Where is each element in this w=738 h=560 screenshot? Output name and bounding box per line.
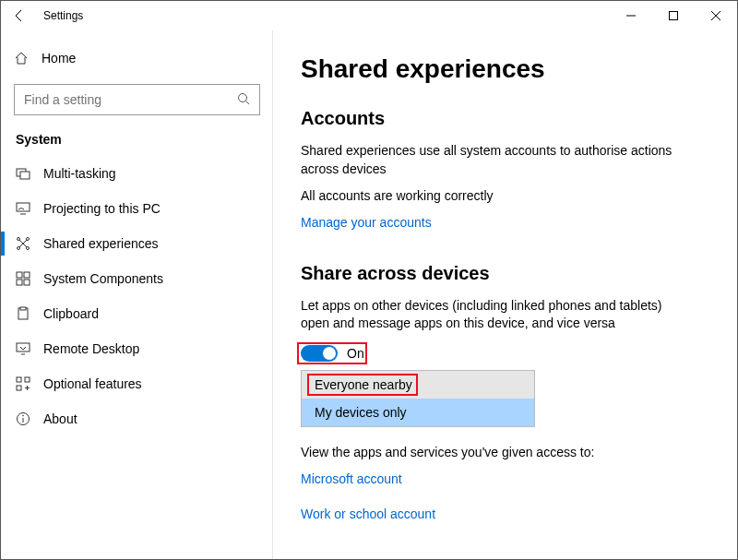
- nav-clipboard[interactable]: Clipboard: [14, 296, 260, 331]
- dropdown-option-everyone[interactable]: Everyone nearby: [302, 371, 534, 399]
- svg-rect-24: [17, 377, 21, 382]
- nav-label: System Components: [43, 271, 163, 286]
- window-title: Settings: [43, 9, 83, 22]
- shared-icon: [16, 236, 43, 251]
- projecting-icon: [16, 201, 43, 216]
- work-school-account-link[interactable]: Work or school account: [301, 506, 435, 521]
- share-scope-dropdown[interactable]: Everyone nearby My devices only: [301, 370, 535, 427]
- svg-rect-1: [670, 12, 678, 20]
- svg-rect-17: [24, 272, 30, 278]
- nav-list: Multi-tasking Projecting to this PC Shar…: [14, 156, 260, 436]
- titlebar: Settings: [1, 1, 737, 30]
- svg-rect-16: [17, 272, 22, 278]
- about-icon: [16, 411, 43, 426]
- svg-rect-18: [17, 280, 22, 285]
- manage-accounts-link[interactable]: Manage your accounts: [301, 215, 432, 230]
- content-area: Shared experiences Accounts Shared exper…: [273, 30, 737, 559]
- share-heading: Share across devices: [301, 263, 709, 284]
- access-desc: View the apps and services you've given …: [301, 444, 688, 462]
- dropdown-option-my-devices[interactable]: My devices only: [302, 399, 534, 426]
- components-icon: [16, 271, 43, 286]
- sidebar: Home System Multi-tasking P: [1, 30, 273, 559]
- nav-shared-experiences[interactable]: Shared experiences: [14, 226, 260, 261]
- close-button[interactable]: [695, 1, 737, 30]
- accounts-status: All accounts are working correctly: [301, 187, 688, 206]
- svg-point-31: [22, 415, 24, 417]
- share-toggle-row: On: [297, 342, 367, 364]
- svg-rect-26: [17, 386, 21, 390]
- minimize-button[interactable]: [610, 1, 652, 30]
- nav-label: Remote Desktop: [43, 341, 139, 356]
- sidebar-section-title: System: [16, 132, 260, 147]
- svg-rect-19: [24, 280, 30, 285]
- home-label: Home: [42, 51, 76, 66]
- optional-features-icon: [16, 376, 43, 391]
- sidebar-home[interactable]: Home: [14, 42, 260, 75]
- sidebar-divider: [272, 30, 273, 559]
- search-icon: [237, 92, 250, 105]
- option-label: My devices only: [315, 405, 407, 420]
- nav-about[interactable]: About: [14, 401, 260, 436]
- nav-optional-features[interactable]: Optional features: [14, 366, 260, 401]
- accounts-heading: Accounts: [301, 108, 709, 129]
- accounts-desc: Shared experiences use all system accoun…: [301, 142, 688, 178]
- multitasking-icon: [16, 166, 43, 181]
- maximize-button[interactable]: [652, 1, 695, 30]
- svg-point-4: [239, 94, 247, 102]
- share-toggle[interactable]: [301, 345, 338, 362]
- nav-label: Optional features: [43, 376, 142, 391]
- page-title: Shared experiences: [301, 54, 709, 84]
- remote-desktop-icon: [16, 341, 43, 356]
- svg-rect-7: [20, 172, 30, 179]
- nav-multi-tasking[interactable]: Multi-tasking: [14, 156, 260, 191]
- settings-window: Settings Home S: [0, 0, 738, 560]
- nav-projecting[interactable]: Projecting to this PC: [14, 191, 260, 226]
- nav-system-components[interactable]: System Components: [14, 261, 260, 296]
- toggle-label: On: [347, 346, 364, 361]
- option-label: Everyone nearby: [315, 377, 412, 392]
- nav-label: Projecting to this PC: [43, 201, 161, 216]
- svg-line-5: [246, 101, 250, 105]
- share-desc: Let apps on other devices (including lin…: [301, 297, 688, 333]
- toggle-knob: [323, 347, 336, 360]
- clipboard-icon: [16, 306, 43, 321]
- window-controls: [610, 1, 737, 30]
- search-input[interactable]: [24, 92, 230, 107]
- nav-remote-desktop[interactable]: Remote Desktop: [14, 331, 260, 366]
- nav-label: About: [43, 411, 77, 426]
- nav-label: Shared experiences: [43, 236, 159, 251]
- svg-rect-8: [17, 203, 30, 211]
- home-icon: [14, 51, 42, 66]
- svg-rect-25: [25, 377, 30, 382]
- nav-label: Multi-tasking: [43, 166, 116, 181]
- search-box[interactable]: [14, 84, 260, 115]
- microsoft-account-link[interactable]: Microsoft account: [301, 471, 402, 486]
- back-button[interactable]: [12, 8, 32, 23]
- svg-rect-21: [20, 307, 26, 310]
- nav-label: Clipboard: [43, 306, 99, 321]
